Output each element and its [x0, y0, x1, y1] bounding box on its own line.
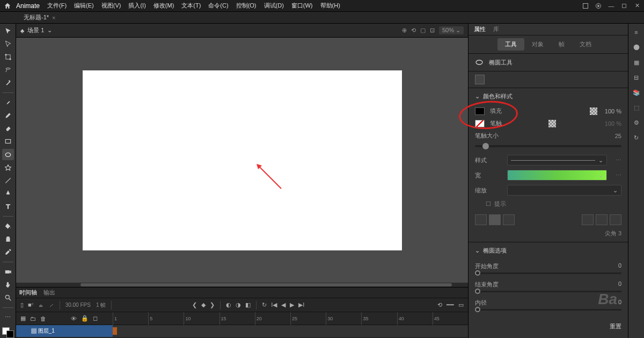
tl-zoom-icon[interactable]: ▭ — [458, 301, 464, 308]
camera-layer-icon[interactable]: ■ᶜ — [28, 301, 34, 308]
delete-layer-icon[interactable]: 🗑 — [40, 315, 46, 322]
subselection-tool[interactable] — [2, 39, 14, 49]
menu-debug[interactable]: 调试(D) — [264, 2, 284, 10]
stage[interactable] — [16, 38, 468, 283]
line-tool[interactable] — [2, 175, 14, 186]
fill-opacity-icon[interactable] — [590, 107, 597, 115]
eyedropper-tool[interactable] — [2, 247, 14, 257]
layer-row[interactable]: ▦ 图层_1 — [16, 325, 468, 337]
magic-wand-tool[interactable] — [2, 77, 14, 88]
align-dock-icon[interactable]: ⊟ — [631, 72, 642, 83]
menu-file[interactable]: 文件(F) — [47, 2, 67, 10]
width-dropdown[interactable]: ⌄ — [507, 170, 607, 181]
workspace-icon[interactable] — [582, 2, 589, 10]
end-angle-slider[interactable] — [475, 291, 621, 292]
menu-insert[interactable]: 插入(I) — [128, 2, 145, 10]
tab-close-icon[interactable]: × — [52, 15, 55, 21]
step-back-icon[interactable]: I◀ — [271, 301, 277, 308]
menu-window[interactable]: 窗口(W) — [291, 2, 313, 10]
stroke-size-value[interactable]: 25 — [615, 133, 621, 139]
graph-icon[interactable]: ⟋ — [48, 302, 54, 308]
reset-button[interactable]: 重置 — [610, 323, 621, 329]
brush-tool[interactable] — [2, 97, 14, 108]
options-dots[interactable]: ⋯ — [2, 312, 14, 323]
components-dock-icon[interactable]: ⚙ — [631, 117, 642, 128]
prev-frame-icon[interactable]: ◀ — [281, 301, 286, 308]
free-transform-tool[interactable] — [2, 52, 14, 62]
keyframe-btn-icon[interactable]: ◆ — [201, 301, 206, 308]
stroke-size-slider[interactable] — [475, 145, 621, 147]
tab-document[interactable]: 文档 — [572, 38, 599, 51]
fit-icon[interactable]: ⊡ — [430, 27, 435, 34]
center-stage-icon[interactable]: ⊕ — [402, 27, 407, 34]
play-button-icon[interactable]: ▶ — [290, 301, 294, 308]
start-angle-value[interactable]: 0 — [618, 262, 621, 270]
cap-square-button[interactable] — [503, 214, 515, 225]
menu-commands[interactable]: 命令(C) — [208, 2, 228, 10]
close-icon[interactable]: ✕ — [633, 2, 641, 10]
join-bevel-button[interactable] — [610, 214, 621, 225]
transform-dock-icon[interactable]: ⬚ — [631, 102, 642, 113]
rectangle-tool[interactable] — [2, 136, 14, 147]
hint-checkbox[interactable]: ☐ — [486, 200, 491, 207]
style-dropdown[interactable]: ⌄ — [507, 155, 607, 166]
ink-bottle-tool[interactable] — [2, 234, 14, 244]
eraser-tool[interactable] — [2, 123, 14, 134]
layer-depth-icon[interactable]: ⫨ — [38, 302, 44, 308]
properties-dock-icon[interactable]: ≡ — [631, 27, 642, 38]
fill-opacity-value[interactable]: 100 % — [605, 108, 621, 114]
selection-tool[interactable] — [2, 26, 14, 37]
timeline-tab[interactable]: 时间轴 — [19, 289, 37, 297]
menu-view[interactable]: 视图(V) — [101, 2, 121, 10]
end-angle-value[interactable]: 0 — [618, 281, 621, 289]
lasso-tool[interactable] — [2, 64, 14, 75]
tl-fit-icon[interactable]: ━━ — [447, 301, 454, 308]
menu-modify[interactable]: 修改(M) — [153, 2, 174, 10]
library-dock-icon[interactable]: 📚 — [631, 87, 642, 98]
camera-tool[interactable] — [2, 267, 14, 277]
minimize-icon[interactable]: — — [608, 2, 615, 10]
outline-icon[interactable]: ◻ — [93, 315, 98, 322]
menu-text[interactable]: 文本(T) — [181, 2, 201, 10]
frame-ruler[interactable]: 1 5 10 15 20 25 30 35 40 45 — [113, 312, 468, 325]
maximize-icon[interactable] — [620, 2, 628, 10]
join-miter-button[interactable] — [582, 214, 594, 225]
cap-round-button[interactable] — [489, 214, 501, 225]
polystar-tool[interactable] — [2, 162, 14, 173]
horizontal-scrollbar[interactable] — [16, 283, 468, 287]
paint-bucket-tool[interactable] — [2, 221, 14, 232]
stroke-opacity-icon[interactable] — [548, 120, 556, 127]
lock-icon[interactable]: 🔒 — [81, 315, 89, 322]
color-dock-icon[interactable] — [631, 42, 642, 53]
zoom-dropdown[interactable]: 50% ⌄ — [439, 26, 464, 34]
tab-object[interactable]: 对象 — [524, 38, 551, 51]
rotate-stage-icon[interactable]: ⟲ — [411, 27, 416, 34]
menu-edit[interactable]: 编辑(E) — [74, 2, 94, 10]
inner-radius-value[interactable]: 0 — [618, 299, 621, 307]
object-drawing-toggle[interactable] — [475, 75, 485, 84]
onion-outline-icon[interactable]: ◑ — [236, 301, 241, 308]
new-folder-icon[interactable]: 🗀 — [30, 315, 36, 322]
color-section-header[interactable]: ⌄ 颜色和样式 — [475, 92, 621, 100]
home-icon[interactable] — [3, 2, 12, 10]
tab-frame[interactable]: 帧 — [551, 38, 572, 51]
play-icon[interactable] — [595, 2, 602, 10]
style-options-icon[interactable]: ⋯ — [616, 157, 621, 164]
oval-section-header[interactable]: ⌄ 椭圆选项 — [475, 247, 621, 255]
new-layer-icon[interactable]: ▦ — [20, 315, 26, 322]
scale-dropdown[interactable]: ⌄ — [507, 185, 621, 196]
pen-tool[interactable] — [2, 188, 14, 199]
fill-swatch[interactable] — [475, 107, 485, 115]
zoom-tool[interactable] — [2, 292, 14, 303]
corner-value[interactable]: 3 — [618, 230, 621, 236]
swatches-dock-icon[interactable]: ▦ — [631, 57, 642, 68]
output-tab[interactable]: 输出 — [43, 289, 55, 297]
onion-skin-icon[interactable]: ◐ — [226, 301, 231, 308]
scene-selector[interactable]: ♣ 场景 1 ⌄ — [20, 26, 52, 34]
library-tab[interactable]: 库 — [493, 25, 499, 33]
start-angle-slider[interactable] — [475, 272, 621, 274]
width-options-icon[interactable]: ⋯ — [616, 172, 621, 179]
loop-icon[interactable]: ↻ — [262, 301, 267, 308]
cap-butt-button[interactable] — [475, 214, 487, 225]
inner-radius-slider[interactable] — [475, 309, 621, 311]
